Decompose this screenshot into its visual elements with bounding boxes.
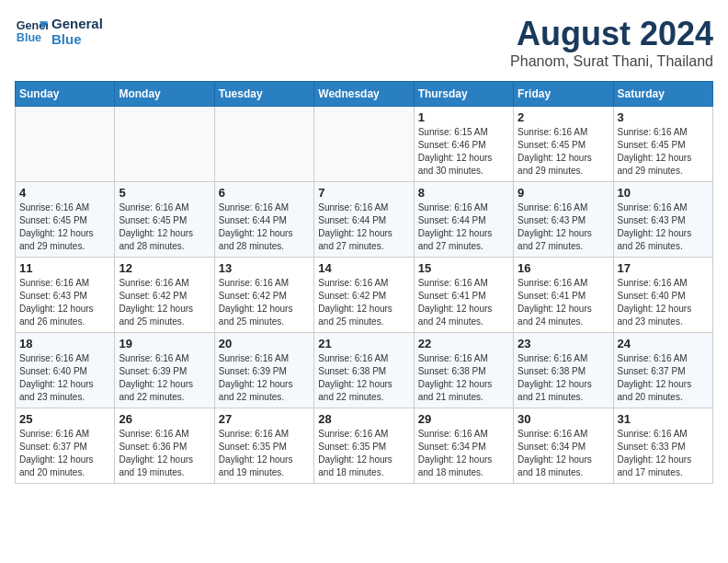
calendar-cell: 2Sunrise: 6:16 AM Sunset: 6:45 PM Daylig… [514, 107, 613, 182]
calendar-cell: 20Sunrise: 6:16 AM Sunset: 6:39 PM Dayli… [214, 333, 313, 408]
col-wednesday: Wednesday [314, 82, 414, 107]
day-number: 28 [318, 412, 409, 426]
calendar-cell: 5Sunrise: 6:16 AM Sunset: 6:45 PM Daylig… [115, 182, 214, 258]
day-number: 9 [518, 186, 609, 200]
day-info: Sunrise: 6:16 AM Sunset: 6:40 PM Dayligh… [19, 352, 110, 404]
day-info: Sunrise: 6:16 AM Sunset: 6:39 PM Dayligh… [119, 352, 210, 404]
calendar-cell: 24Sunrise: 6:16 AM Sunset: 6:37 PM Dayli… [613, 333, 712, 408]
day-number: 1 [418, 110, 509, 124]
calendar-cell: 7Sunrise: 6:16 AM Sunset: 6:44 PM Daylig… [314, 182, 414, 258]
day-number: 18 [19, 337, 110, 350]
logo: General Blue General Blue [15, 15, 103, 48]
day-number: 21 [318, 337, 409, 350]
calendar: Sunday Monday Tuesday Wednesday Thursday… [15, 81, 713, 484]
col-monday: Monday [115, 82, 214, 107]
calendar-body: 1Sunrise: 6:15 AM Sunset: 6:46 PM Daylig… [16, 107, 713, 484]
day-number: 23 [518, 337, 609, 350]
week-row-2: 11Sunrise: 6:16 AM Sunset: 6:43 PM Dayli… [16, 258, 713, 333]
calendar-cell: 18Sunrise: 6:16 AM Sunset: 6:40 PM Dayli… [16, 333, 115, 408]
day-number: 30 [518, 412, 609, 426]
day-info: Sunrise: 6:16 AM Sunset: 6:42 PM Dayligh… [119, 277, 210, 328]
day-info: Sunrise: 6:16 AM Sunset: 6:45 PM Dayligh… [19, 201, 110, 253]
day-info: Sunrise: 6:16 AM Sunset: 6:38 PM Dayligh… [518, 352, 609, 404]
day-info: Sunrise: 6:16 AM Sunset: 6:39 PM Dayligh… [219, 352, 310, 404]
day-info: Sunrise: 6:16 AM Sunset: 6:43 PM Dayligh… [19, 277, 110, 328]
header: General Blue General Blue August 2024 Ph… [15, 15, 713, 70]
calendar-cell: 13Sunrise: 6:16 AM Sunset: 6:42 PM Dayli… [214, 258, 313, 333]
day-info: Sunrise: 6:16 AM Sunset: 6:45 PM Dayligh… [618, 126, 709, 178]
main-title: August 2024 [510, 15, 713, 53]
calendar-cell: 26Sunrise: 6:16 AM Sunset: 6:36 PM Dayli… [115, 408, 214, 484]
calendar-cell: 23Sunrise: 6:16 AM Sunset: 6:38 PM Dayli… [514, 333, 613, 408]
day-number: 26 [119, 412, 210, 426]
day-info: Sunrise: 6:16 AM Sunset: 6:42 PM Dayligh… [219, 277, 310, 328]
calendar-cell: 31Sunrise: 6:16 AM Sunset: 6:33 PM Dayli… [613, 408, 712, 484]
day-info: Sunrise: 6:16 AM Sunset: 6:38 PM Dayligh… [318, 352, 409, 404]
calendar-cell: 9Sunrise: 6:16 AM Sunset: 6:43 PM Daylig… [514, 182, 613, 258]
day-number: 6 [219, 186, 310, 200]
calendar-cell: 6Sunrise: 6:16 AM Sunset: 6:44 PM Daylig… [214, 182, 313, 258]
day-info: Sunrise: 6:16 AM Sunset: 6:37 PM Dayligh… [19, 428, 110, 479]
calendar-cell [16, 107, 115, 182]
col-thursday: Thursday [414, 82, 513, 107]
svg-text:Blue: Blue [17, 31, 41, 44]
day-number: 15 [418, 261, 509, 275]
day-number: 11 [19, 261, 110, 275]
day-number: 8 [418, 186, 509, 200]
calendar-cell [214, 107, 313, 182]
calendar-cell: 28Sunrise: 6:16 AM Sunset: 6:35 PM Dayli… [314, 408, 414, 484]
calendar-cell: 11Sunrise: 6:16 AM Sunset: 6:43 PM Dayli… [16, 258, 115, 333]
week-row-0: 1Sunrise: 6:15 AM Sunset: 6:46 PM Daylig… [16, 107, 713, 182]
calendar-cell: 3Sunrise: 6:16 AM Sunset: 6:45 PM Daylig… [613, 107, 712, 182]
calendar-cell: 1Sunrise: 6:15 AM Sunset: 6:46 PM Daylig… [414, 107, 513, 182]
week-row-4: 25Sunrise: 6:16 AM Sunset: 6:37 PM Dayli… [16, 408, 713, 484]
calendar-cell: 8Sunrise: 6:16 AM Sunset: 6:44 PM Daylig… [414, 182, 513, 258]
logo-general: General [51, 16, 103, 31]
day-number: 29 [418, 412, 509, 426]
col-sunday: Sunday [16, 82, 115, 107]
day-info: Sunrise: 6:16 AM Sunset: 6:38 PM Dayligh… [418, 352, 509, 404]
calendar-cell: 14Sunrise: 6:16 AM Sunset: 6:42 PM Dayli… [314, 258, 414, 333]
calendar-cell: 4Sunrise: 6:16 AM Sunset: 6:45 PM Daylig… [16, 182, 115, 258]
calendar-cell: 19Sunrise: 6:16 AM Sunset: 6:39 PM Dayli… [115, 333, 214, 408]
day-number: 19 [119, 337, 210, 350]
day-number: 22 [418, 337, 509, 350]
day-number: 14 [318, 261, 409, 275]
day-number: 24 [618, 337, 709, 350]
day-number: 16 [518, 261, 609, 275]
calendar-cell: 12Sunrise: 6:16 AM Sunset: 6:42 PM Dayli… [115, 258, 214, 333]
calendar-cell: 21Sunrise: 6:16 AM Sunset: 6:38 PM Dayli… [314, 333, 414, 408]
col-tuesday: Tuesday [214, 82, 313, 107]
day-number: 7 [318, 186, 409, 200]
week-row-3: 18Sunrise: 6:16 AM Sunset: 6:40 PM Dayli… [16, 333, 713, 408]
day-info: Sunrise: 6:16 AM Sunset: 6:44 PM Dayligh… [418, 201, 509, 253]
day-number: 31 [618, 412, 709, 426]
day-number: 5 [119, 186, 210, 200]
calendar-cell: 27Sunrise: 6:16 AM Sunset: 6:35 PM Dayli… [214, 408, 313, 484]
day-number: 2 [518, 110, 609, 124]
day-info: Sunrise: 6:16 AM Sunset: 6:41 PM Dayligh… [418, 277, 509, 328]
day-number: 10 [618, 186, 709, 200]
day-info: Sunrise: 6:16 AM Sunset: 6:37 PM Dayligh… [618, 352, 709, 404]
calendar-cell: 10Sunrise: 6:16 AM Sunset: 6:43 PM Dayli… [613, 182, 712, 258]
title-block: August 2024 Phanom, Surat Thani, Thailan… [510, 15, 713, 70]
day-info: Sunrise: 6:16 AM Sunset: 6:35 PM Dayligh… [318, 428, 409, 479]
day-number: 13 [219, 261, 310, 275]
col-saturday: Saturday [613, 82, 712, 107]
day-info: Sunrise: 6:16 AM Sunset: 6:34 PM Dayligh… [418, 428, 509, 479]
day-info: Sunrise: 6:16 AM Sunset: 6:41 PM Dayligh… [518, 277, 609, 328]
calendar-cell: 30Sunrise: 6:16 AM Sunset: 6:34 PM Dayli… [514, 408, 613, 484]
header-row: Sunday Monday Tuesday Wednesday Thursday… [16, 82, 713, 107]
subtitle: Phanom, Surat Thani, Thailand [510, 53, 713, 70]
calendar-cell: 16Sunrise: 6:16 AM Sunset: 6:41 PM Dayli… [514, 258, 613, 333]
day-info: Sunrise: 6:15 AM Sunset: 6:46 PM Dayligh… [418, 126, 509, 178]
calendar-cell: 22Sunrise: 6:16 AM Sunset: 6:38 PM Dayli… [414, 333, 513, 408]
calendar-cell [115, 107, 214, 182]
week-row-1: 4Sunrise: 6:16 AM Sunset: 6:45 PM Daylig… [16, 182, 713, 258]
logo-icon: General Blue [15, 15, 48, 48]
logo-blue: Blue [51, 31, 103, 47]
day-info: Sunrise: 6:16 AM Sunset: 6:45 PM Dayligh… [518, 126, 609, 178]
day-info: Sunrise: 6:16 AM Sunset: 6:45 PM Dayligh… [119, 201, 210, 253]
day-info: Sunrise: 6:16 AM Sunset: 6:33 PM Dayligh… [618, 428, 709, 479]
day-info: Sunrise: 6:16 AM Sunset: 6:42 PM Dayligh… [318, 277, 409, 328]
